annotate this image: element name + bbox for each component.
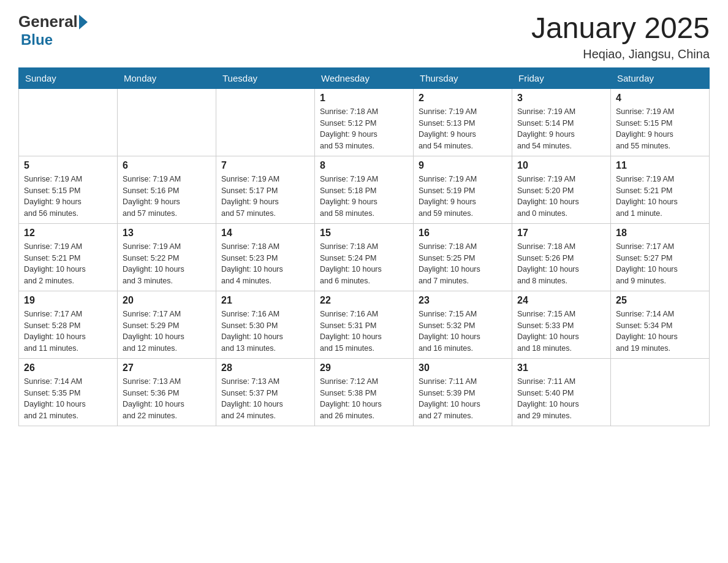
day-info: Sunrise: 7:16 AM Sunset: 5:30 PM Dayligh…: [221, 308, 309, 354]
calendar-cell: 8Sunrise: 7:19 AM Sunset: 5:18 PM Daylig…: [315, 156, 414, 223]
day-number: 18: [616, 228, 704, 239]
calendar-cell: 3Sunrise: 7:19 AM Sunset: 5:14 PM Daylig…: [512, 88, 611, 156]
calendar-cell: 11Sunrise: 7:19 AM Sunset: 5:21 PM Dayli…: [611, 156, 710, 223]
day-info: Sunrise: 7:11 AM Sunset: 5:39 PM Dayligh…: [419, 376, 507, 422]
day-number: 5: [24, 160, 112, 171]
calendar-cell: 4Sunrise: 7:19 AM Sunset: 5:15 PM Daylig…: [611, 88, 710, 156]
day-info: Sunrise: 7:19 AM Sunset: 5:16 PM Dayligh…: [123, 174, 211, 220]
calendar-cell: 30Sunrise: 7:11 AM Sunset: 5:39 PM Dayli…: [414, 358, 512, 426]
day-number: 31: [517, 362, 605, 373]
calendar-day-header: Saturday: [611, 67, 710, 88]
calendar-cell: 14Sunrise: 7:18 AM Sunset: 5:23 PM Dayli…: [216, 223, 315, 291]
day-info: Sunrise: 7:19 AM Sunset: 5:15 PM Dayligh…: [24, 174, 112, 220]
day-number: 27: [123, 362, 211, 373]
calendar-week-row: 5Sunrise: 7:19 AM Sunset: 5:15 PM Daylig…: [19, 156, 710, 223]
day-info: Sunrise: 7:18 AM Sunset: 5:23 PM Dayligh…: [221, 241, 309, 287]
day-info: Sunrise: 7:18 AM Sunset: 5:25 PM Dayligh…: [419, 241, 507, 287]
day-number: 10: [517, 160, 605, 171]
calendar-cell: 13Sunrise: 7:19 AM Sunset: 5:22 PM Dayli…: [118, 223, 216, 291]
calendar-cell: 6Sunrise: 7:19 AM Sunset: 5:16 PM Daylig…: [118, 156, 216, 223]
location-text: Heqiao, Jiangsu, China: [531, 47, 710, 61]
day-number: 8: [320, 160, 408, 171]
day-info: Sunrise: 7:19 AM Sunset: 5:14 PM Dayligh…: [517, 106, 605, 152]
day-number: 9: [419, 160, 507, 171]
title-area: January 2025 Heqiao, Jiangsu, China: [531, 12, 710, 61]
day-number: 25: [616, 295, 704, 306]
calendar-day-header: Sunday: [19, 67, 118, 88]
day-info: Sunrise: 7:16 AM Sunset: 5:31 PM Dayligh…: [320, 308, 408, 354]
calendar-cell: 25Sunrise: 7:14 AM Sunset: 5:34 PM Dayli…: [611, 291, 710, 358]
calendar-cell: 12Sunrise: 7:19 AM Sunset: 5:21 PM Dayli…: [19, 223, 118, 291]
calendar-week-row: 12Sunrise: 7:19 AM Sunset: 5:21 PM Dayli…: [19, 223, 710, 291]
day-number: 11: [616, 160, 704, 171]
calendar-day-header: Friday: [512, 67, 611, 88]
calendar-cell: 23Sunrise: 7:15 AM Sunset: 5:32 PM Dayli…: [414, 291, 512, 358]
calendar-cell: 18Sunrise: 7:17 AM Sunset: 5:27 PM Dayli…: [611, 223, 710, 291]
day-number: 30: [419, 362, 507, 373]
day-number: 12: [24, 228, 112, 239]
day-info: Sunrise: 7:13 AM Sunset: 5:36 PM Dayligh…: [123, 376, 211, 422]
calendar-cell: 17Sunrise: 7:18 AM Sunset: 5:26 PM Dayli…: [512, 223, 611, 291]
page-header: General Blue January 2025 Heqiao, Jiangs…: [18, 12, 710, 61]
day-info: Sunrise: 7:19 AM Sunset: 5:20 PM Dayligh…: [517, 174, 605, 220]
day-number: 17: [517, 228, 605, 239]
calendar-week-row: 1Sunrise: 7:18 AM Sunset: 5:12 PM Daylig…: [19, 88, 710, 156]
logo: General Blue: [18, 12, 88, 48]
day-number: 22: [320, 295, 408, 306]
calendar-cell: 16Sunrise: 7:18 AM Sunset: 5:25 PM Dayli…: [414, 223, 512, 291]
day-number: 2: [419, 93, 507, 104]
calendar-cell: 9Sunrise: 7:19 AM Sunset: 5:19 PM Daylig…: [414, 156, 512, 223]
calendar-header-row: SundayMondayTuesdayWednesdayThursdayFrid…: [19, 67, 710, 88]
day-number: 23: [419, 295, 507, 306]
day-number: 24: [517, 295, 605, 306]
day-info: Sunrise: 7:19 AM Sunset: 5:18 PM Dayligh…: [320, 174, 408, 220]
calendar-cell: 19Sunrise: 7:17 AM Sunset: 5:28 PM Dayli…: [19, 291, 118, 358]
calendar-cell: 21Sunrise: 7:16 AM Sunset: 5:30 PM Dayli…: [216, 291, 315, 358]
calendar-day-header: Wednesday: [315, 67, 414, 88]
calendar-cell: [216, 88, 315, 156]
day-info: Sunrise: 7:18 AM Sunset: 5:24 PM Dayligh…: [320, 241, 408, 287]
day-info: Sunrise: 7:19 AM Sunset: 5:21 PM Dayligh…: [616, 174, 704, 220]
calendar-cell: 28Sunrise: 7:13 AM Sunset: 5:37 PM Dayli…: [216, 358, 315, 426]
calendar-cell: [19, 88, 118, 156]
logo-blue-text: Blue: [21, 31, 88, 48]
calendar-cell: 1Sunrise: 7:18 AM Sunset: 5:12 PM Daylig…: [315, 88, 414, 156]
day-number: 26: [24, 362, 112, 373]
day-number: 21: [221, 295, 309, 306]
day-info: Sunrise: 7:14 AM Sunset: 5:35 PM Dayligh…: [24, 376, 112, 422]
calendar-day-header: Tuesday: [216, 67, 315, 88]
calendar-week-row: 26Sunrise: 7:14 AM Sunset: 5:35 PM Dayli…: [19, 358, 710, 426]
day-info: Sunrise: 7:19 AM Sunset: 5:19 PM Dayligh…: [419, 174, 507, 220]
logo-arrow-icon: [79, 15, 88, 29]
day-number: 28: [221, 362, 309, 373]
calendar-cell: 2Sunrise: 7:19 AM Sunset: 5:13 PM Daylig…: [414, 88, 512, 156]
calendar-cell: 26Sunrise: 7:14 AM Sunset: 5:35 PM Dayli…: [19, 358, 118, 426]
calendar-cell: 29Sunrise: 7:12 AM Sunset: 5:38 PM Dayli…: [315, 358, 414, 426]
day-info: Sunrise: 7:13 AM Sunset: 5:37 PM Dayligh…: [221, 376, 309, 422]
day-number: 20: [123, 295, 211, 306]
calendar-table: SundayMondayTuesdayWednesdayThursdayFrid…: [18, 67, 710, 426]
calendar-cell: [611, 358, 710, 426]
day-number: 13: [123, 228, 211, 239]
day-info: Sunrise: 7:19 AM Sunset: 5:21 PM Dayligh…: [24, 241, 112, 287]
logo-general-text: General: [18, 12, 78, 31]
day-info: Sunrise: 7:19 AM Sunset: 5:15 PM Dayligh…: [616, 106, 704, 152]
calendar-cell: 15Sunrise: 7:18 AM Sunset: 5:24 PM Dayli…: [315, 223, 414, 291]
day-number: 19: [24, 295, 112, 306]
calendar-cell: 24Sunrise: 7:15 AM Sunset: 5:33 PM Dayli…: [512, 291, 611, 358]
calendar-cell: 20Sunrise: 7:17 AM Sunset: 5:29 PM Dayli…: [118, 291, 216, 358]
day-number: 16: [419, 228, 507, 239]
day-info: Sunrise: 7:19 AM Sunset: 5:17 PM Dayligh…: [221, 174, 309, 220]
day-info: Sunrise: 7:14 AM Sunset: 5:34 PM Dayligh…: [616, 308, 704, 354]
calendar-cell: 10Sunrise: 7:19 AM Sunset: 5:20 PM Dayli…: [512, 156, 611, 223]
day-info: Sunrise: 7:11 AM Sunset: 5:40 PM Dayligh…: [517, 376, 605, 422]
day-number: 4: [616, 93, 704, 104]
day-number: 29: [320, 362, 408, 373]
day-number: 14: [221, 228, 309, 239]
calendar-cell: 7Sunrise: 7:19 AM Sunset: 5:17 PM Daylig…: [216, 156, 315, 223]
day-info: Sunrise: 7:17 AM Sunset: 5:27 PM Dayligh…: [616, 241, 704, 287]
day-info: Sunrise: 7:18 AM Sunset: 5:26 PM Dayligh…: [517, 241, 605, 287]
day-number: 1: [320, 93, 408, 104]
day-info: Sunrise: 7:17 AM Sunset: 5:29 PM Dayligh…: [123, 308, 211, 354]
calendar-cell: 22Sunrise: 7:16 AM Sunset: 5:31 PM Dayli…: [315, 291, 414, 358]
